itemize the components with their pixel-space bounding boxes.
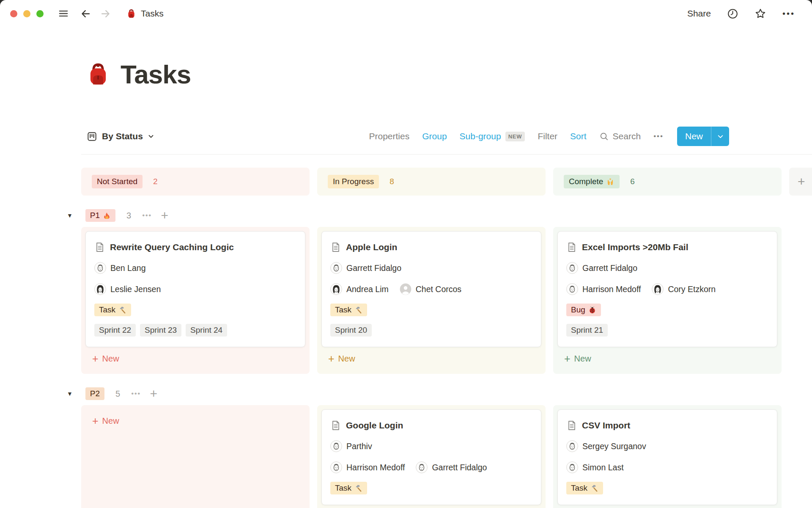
page-header: Tasks	[86, 59, 812, 89]
new-feature-badge: NEW	[505, 132, 525, 141]
search-button[interactable]: Search	[599, 131, 641, 141]
plus-icon: +	[92, 353, 99, 364]
task-card[interactable]: Google Login Parthiv Harrison Medoff	[321, 409, 541, 505]
avatar	[94, 262, 106, 274]
assignee: Ben Lang	[94, 262, 146, 274]
avatar	[330, 262, 342, 274]
avatar	[566, 283, 578, 295]
task-card[interactable]: Apple Login Garrett Fidalgo Andrea Lim	[321, 231, 541, 347]
sprint-chip: Sprint 24	[186, 324, 227, 337]
forward-arrow-icon[interactable]	[100, 8, 111, 19]
collapse-triangle-icon[interactable]: ▼	[67, 212, 73, 219]
toolbar-actions: Properties Group Sub-group NEW Filter So…	[369, 127, 729, 146]
view-name: By Status	[102, 131, 143, 141]
breadcrumb[interactable]: Tasks	[126, 8, 164, 19]
tag-task: Task	[330, 482, 367, 494]
task-card[interactable]: Excel Imports >20Mb Fail Garrett Fidalgo…	[557, 231, 777, 347]
app-window: Tasks Share ••• Tasks By Status Properti…	[0, 0, 812, 508]
avatar	[330, 461, 342, 473]
group-pill-p1[interactable]: P1	[85, 209, 115, 222]
column-header-not-started[interactable]: Not Started 2	[81, 168, 310, 196]
assignee: Chet Corcos	[400, 283, 461, 295]
view-switcher-by-status[interactable]: By Status	[87, 131, 154, 142]
page-backpack-icon[interactable]	[86, 62, 110, 87]
group-more-icon[interactable]: •••	[131, 389, 140, 398]
updates-clock-icon[interactable]	[727, 8, 738, 19]
cell-p2-not-started: + New	[81, 405, 310, 508]
avatar	[566, 461, 578, 473]
card-title: Google Login	[346, 420, 403, 431]
new-button-chevron-icon[interactable]	[711, 127, 729, 146]
group-add-icon[interactable]: +	[150, 389, 158, 399]
card-title: Apple Login	[346, 242, 397, 252]
status-pill-complete: Complete	[564, 175, 620, 188]
task-card[interactable]: Rewrite Query Caching Logic Ben Lang Les…	[85, 231, 305, 347]
assignee: Simon Last	[566, 461, 624, 473]
assignee: Andrea Lim	[330, 283, 389, 295]
favorite-star-icon[interactable]	[754, 8, 766, 19]
add-column-button[interactable]: +	[789, 168, 812, 196]
search-label: Search	[613, 131, 641, 141]
sort-button[interactable]: Sort	[570, 131, 587, 141]
back-arrow-icon[interactable]	[80, 8, 91, 19]
new-button[interactable]: New	[677, 127, 711, 146]
plus-icon: +	[92, 416, 99, 426]
assignee: Garrett Fidalgo	[416, 461, 487, 473]
tag-task: Task	[330, 304, 367, 316]
sprint-chip: Sprint 20	[330, 324, 372, 337]
group-count: 5	[115, 389, 120, 399]
avatar	[330, 283, 342, 295]
close-window-button[interactable]	[10, 10, 17, 17]
card-title: CSV Import	[582, 420, 630, 431]
zoom-window-button[interactable]	[36, 10, 44, 17]
add-card-button[interactable]: + New	[557, 347, 777, 371]
chevron-down-icon	[148, 133, 154, 140]
avatar	[566, 440, 578, 452]
add-card-button[interactable]: + New	[85, 409, 305, 433]
sprint-chip: Sprint 23	[140, 324, 181, 337]
ladybug-icon	[588, 306, 596, 314]
group-p1-columns: Rewrite Query Caching Logic Ben Lang Les…	[81, 227, 812, 374]
assignee: Harrison Medoff	[566, 283, 641, 295]
card-title: Rewrite Query Caching Logic	[110, 242, 234, 252]
filter-button[interactable]: Filter	[538, 131, 557, 141]
more-options-icon[interactable]: •••	[782, 9, 795, 19]
column-header-complete[interactable]: Complete 6	[553, 168, 782, 196]
backpack-icon	[126, 9, 136, 19]
page-doc-icon	[566, 420, 577, 431]
column-count: 6	[630, 177, 635, 186]
avatar	[94, 283, 106, 295]
group-p2-columns: + New Google Login Parthiv	[81, 405, 812, 508]
page-title[interactable]: Tasks	[121, 59, 191, 89]
group-more-icon[interactable]: •••	[142, 211, 151, 220]
add-card-button[interactable]: + New	[321, 347, 541, 371]
tag-task: Task	[566, 482, 603, 494]
column-header-in-progress[interactable]: In Progress 8	[317, 168, 546, 196]
sidebar-menu-icon[interactable]	[58, 8, 69, 19]
cell-p1-not-started: Rewrite Query Caching Logic Ben Lang Les…	[81, 227, 310, 374]
page-doc-icon	[330, 420, 341, 431]
board-column-headers: Not Started 2 In Progress 8 Complete 6 +	[81, 168, 812, 196]
plus-icon: +	[564, 353, 571, 364]
group-add-icon[interactable]: +	[161, 210, 169, 221]
avatar	[400, 283, 411, 295]
share-button[interactable]: Share	[687, 8, 711, 19]
subgroup-button[interactable]: Sub-group NEW	[460, 131, 525, 141]
hammer-icon	[354, 484, 362, 492]
traffic-lights	[10, 10, 44, 17]
collapse-triangle-icon[interactable]: ▼	[67, 390, 73, 397]
group-row-p2: ▼ P2 5 ••• +	[67, 387, 812, 400]
board-view-icon	[87, 131, 97, 142]
raised-hands-icon	[606, 177, 614, 186]
plus-icon: +	[328, 353, 335, 364]
cell-p1-in-progress: Apple Login Garrett Fidalgo Andrea Lim	[317, 227, 546, 374]
group-button[interactable]: Group	[422, 131, 447, 141]
properties-button[interactable]: Properties	[369, 131, 409, 141]
add-card-button[interactable]: + New	[85, 347, 305, 371]
task-card[interactable]: CSV Import Sergey Surganov Simon Last	[557, 409, 777, 505]
group-pill-p2[interactable]: P2	[85, 387, 104, 400]
window-topbar: Tasks Share •••	[0, 0, 812, 27]
minimize-window-button[interactable]	[23, 10, 30, 17]
view-more-icon[interactable]: •••	[653, 132, 664, 141]
hammer-icon	[354, 306, 362, 314]
